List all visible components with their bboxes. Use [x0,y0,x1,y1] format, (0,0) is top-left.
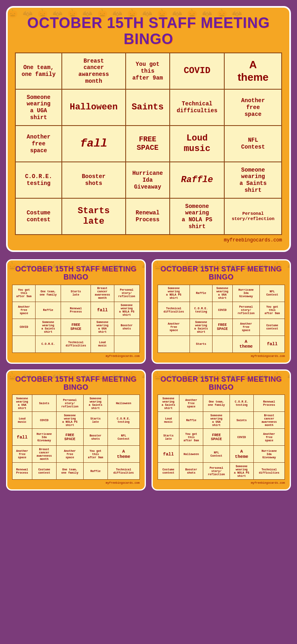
m4r4c2: Halloween [179,446,203,463]
m1r1c3: Startslate [61,285,91,302]
m4r1c4: C.O.R.E.testing [230,395,253,412]
cell-r2c3: Saints [126,89,170,126]
cell-r4c5: Someonewearinga Saintsshirt [224,162,282,198]
m4r3c5: Anotherfreespace [254,429,285,446]
m1r4c5 [114,336,139,352]
m4r5c2: Boostershots [179,463,203,480]
m3r3c4: Boostershots [83,429,108,446]
mini-card-2-title: OCTOBER 15TH STAFF MEETING BINGO [158,265,285,281]
m4r2c2: Raffle [179,412,203,429]
m1r3c3-free: FREESPACE [61,319,91,336]
m1r2c2: Raffle [36,302,61,319]
cell-r5c5: Personalstory/reflection [224,198,282,235]
m2r3c4: Anotherfreespace [232,319,260,336]
cell-r2c1: Someonewearinga UGAshirt [15,89,62,126]
website-credit-mini4: myfreebingocards.com [158,481,285,485]
m1r4c4: Loudmusic [91,336,114,352]
m4r3c2: You gotthisafter 9am [179,429,203,446]
mini-card-3: OCTOBER 15TH STAFF MEETING BINGO Someone… [6,369,146,491]
main-bingo-table: One team,one family Breastcancerawarenes… [15,52,282,235]
m2r4c3 [212,336,232,352]
m3r2c5: C.O.R.E.testing [108,412,139,429]
m4r1c1: Someonewearinga Saintsshirt [158,395,179,412]
m4r1c2: Anotherfreespace [179,395,203,412]
m3r3c3-free: FREESPACE [57,429,83,446]
m1r2c1: Anotherfreespace [13,302,36,319]
cell-r5c4: Someonewearinga NOLA PSshirt [170,198,225,235]
m3r1c5: Halloween [108,395,139,412]
bottom-section-2: OCTOBER 15TH STAFF MEETING BINGO Someone… [6,369,291,491]
m4r4c1: fall [158,446,179,463]
m3r2c1: Loudmusic [13,412,32,429]
m4r3c3-free: FREESPACE [203,429,230,446]
m2r4c2: Starts [190,336,213,352]
cell-r3c4: Loudmusic [170,126,225,162]
cell-r3c1: Anotherfreespace [15,126,62,162]
m4r3c1: Startslate [158,429,179,446]
m3r4c3: Anotherfreespace [57,446,83,463]
m3r5c2: Costumecontest [32,463,57,480]
cell-r3c2: fall [62,126,126,162]
m3r4c2: Breastcancerawarenessmonth [32,446,57,463]
cell-r1c3: You gotthisafter 9am [126,53,170,89]
m3r5c5: Technicaldifficulties [108,463,139,480]
m3r5c4: Raffle [83,463,108,480]
m4r3c4: COVID [230,429,253,446]
mini-table-4: Someonewearinga Saintsshirt Anotherfrees… [158,394,285,480]
cell-r1c5: Atheme [224,53,282,89]
cell-r3c5: NFLContest [224,126,282,162]
m2r2c5: You gotthisafter 9am [260,302,285,319]
m3r1c1: Someonewearinga UGAshirt [13,395,32,412]
m2r3c2: Someonewearinga Saintsshirt [190,319,213,336]
mini-card-1: OCTOBER 15TH STAFF MEETING BINGO You got… [6,259,146,364]
m4r2c1: Loudmusic [158,412,179,429]
m4r1c3: One team,one family [203,395,230,412]
mini-card-4: OCTOBER 15TH STAFF MEETING BINGO Someone… [152,369,291,491]
cell-r5c2: Startslate [62,198,126,235]
m4r2c5: Breastcancerawarenessmonth [254,412,285,429]
m2r4c4: Atheme [232,336,260,352]
m2r1c5: NFLContest [260,285,285,302]
m2r1c3: Someonewearinga UGAshirt [212,285,232,302]
m1r2c3: RenewalProcess [61,302,91,319]
cell-r1c2: Breastcancerawarenessmonth [62,53,126,89]
m4r4c3: NFLContest [203,446,230,463]
cell-r5c1: Costumecontest [15,198,62,235]
cell-r4c2: Boostershots [62,162,126,198]
m3r1c4: Someonewearinga Saintsshirt [83,395,108,412]
m3r4c4: You gotthisafter 9am [83,446,108,463]
mini-card-2: OCTOBER 15TH STAFF MEETING BINGO Someone… [152,259,291,364]
website-credit-mini1: myfreebingocards.com [12,355,140,358]
mini-card-1-title: OCTOBER 15TH STAFF MEETING BINGO [12,265,140,281]
m3r2c4: Startslate [83,412,108,429]
m1r1c4: Breastcancerawarenessmonth [91,285,114,302]
cell-r1c1: One team,one family [15,53,62,89]
m2r2c3: COVID [212,302,232,319]
m1r2c5: Someonewearinga NOLA PSshirt [114,302,139,319]
m3r4c5: Atheme [108,446,139,463]
bottom-section-1: OCTOBER 15TH STAFF MEETING BINGO You got… [6,259,291,364]
mini-table-1: You gotthisafter 9am One team,one family… [12,285,140,353]
cell-r5c3: RenewalProcess [126,198,170,235]
m3r3c1: fall [13,429,32,446]
cell-r2c2: Halloween [62,89,126,126]
m3r5c1: RenewalProcess [13,463,32,480]
m1r3c4: Someonewearinga UGAshirt [91,319,114,336]
m4r5c3: Personalstory/reflection [203,463,230,480]
m2r3c3-free: FREESPACE [212,319,232,336]
m1r1c1: You gotthisafter 9am [13,285,36,302]
m4r4c4: Atheme [230,446,253,463]
m4r1c5: RenewalProcess [254,395,285,412]
m3r3c2: HurricaneIdaGiveaway [32,429,57,446]
mini-table-2: Someonewearinga NOLA PSshirt Raffle Some… [158,285,285,353]
mini-card-4-title: OCTOBER 15TH STAFF MEETING BINGO [158,375,285,392]
m3r1c3: Personalstory/reflection [57,395,83,412]
m2r4c1 [158,336,190,352]
website-credit-mini3: myfreebingocards.com [12,481,140,485]
m2r4c5: fall [260,336,285,352]
m2r1c4: HurricaneIdaGiveaway [232,285,260,302]
m4r5c1: Costumecontest [158,463,179,480]
cell-r4c1: C.O.R.E.testing [15,162,62,198]
m1r3c2: Someonewearinga Saintsshirt [36,319,61,336]
cell-r4c3: HurricaneIdaGiveaway [126,162,170,198]
